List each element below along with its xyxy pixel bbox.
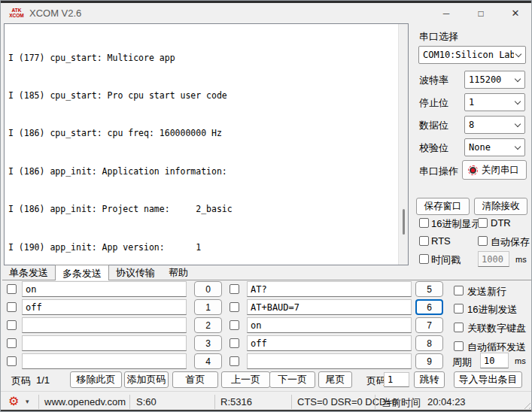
gear-icon[interactable]: ⚙ <box>8 394 19 408</box>
gear-dropdown-icon[interactable]: ▾ <box>26 398 29 405</box>
send-row-input-6[interactable] <box>247 299 412 315</box>
stopbits-select[interactable]: 1 <box>464 93 525 111</box>
auto-save-label: 自动保存 <box>491 235 530 249</box>
send-row-input-1[interactable] <box>22 299 187 315</box>
send-row-checkbox-1[interactable] <box>7 302 17 312</box>
timestamp-checkbox[interactable] <box>419 254 429 264</box>
send-button-7[interactable]: 7 <box>415 317 443 333</box>
send-row-checkbox-0[interactable] <box>7 284 17 294</box>
prev-page-button[interactable]: 上一页 <box>221 371 270 388</box>
clear-receive-button[interactable]: 清除接收 <box>474 198 527 215</box>
send-button-3[interactable]: 3 <box>194 335 222 351</box>
send-row-input-4[interactable] <box>22 353 187 369</box>
send-button-1[interactable]: 1 <box>194 299 222 315</box>
send-row-checkbox-9[interactable] <box>230 356 239 366</box>
send-button-8[interactable]: 8 <box>415 335 443 351</box>
rts-checkbox[interactable] <box>419 236 429 246</box>
page-label: 页码 <box>11 374 31 388</box>
send-row-checkbox-3[interactable] <box>7 338 17 348</box>
stopbits-select-value: 1 <box>469 94 513 111</box>
divider <box>38 395 39 409</box>
databits-label: 数据位 <box>419 119 448 132</box>
tab-protocol-transfer[interactable]: 协议传输 <box>109 265 162 280</box>
send-row-input-3[interactable] <box>22 335 187 351</box>
dtr-checkbox[interactable] <box>478 218 488 228</box>
databits-select[interactable]: 8 <box>464 116 525 134</box>
minimize-button[interactable]: ─ <box>429 3 464 23</box>
send-row-input-8[interactable] <box>247 335 412 351</box>
parity-select[interactable]: None <box>464 138 525 156</box>
receive-terminal[interactable]: I (177) cpu_start: Multicore app I (185)… <box>4 23 409 265</box>
last-page-button[interactable]: 尾页 <box>318 371 352 388</box>
send-button-5[interactable]: 5 <box>415 281 443 297</box>
statusbar: ⚙ ▾ www.openedv.com S:60 R:5316 CTS=0 DS… <box>1 391 532 411</box>
close-port-button[interactable]: 关闭串口 <box>462 160 527 180</box>
hex-send-label: 16进制发送 <box>467 303 517 317</box>
log-line: I (186) app_init: Application informatio… <box>8 165 396 178</box>
auto-cycle-checkbox[interactable] <box>454 341 464 351</box>
goto-page-input[interactable] <box>384 372 409 387</box>
tab-single-send[interactable]: 单条发送 <box>2 265 55 280</box>
send-row-checkbox-4[interactable] <box>7 356 17 366</box>
port-select[interactable]: COM10:Silicon Labs CP <box>418 46 526 64</box>
timestamp-unit-label: ms <box>515 255 527 264</box>
jump-button[interactable]: 跳转 <box>414 371 445 388</box>
remove-page-button[interactable]: 移除此页 <box>70 371 122 388</box>
log-line: I (185) cpu_start: Pro cpu start user co… <box>8 89 396 102</box>
titlebar[interactable]: ATK XCOM XCOM V2.6 ─ □ ✕ <box>1 3 532 23</box>
chevron-down-icon <box>515 98 521 105</box>
stopbits-label: 停止位 <box>419 96 448 110</box>
save-window-button[interactable]: 保存窗口 <box>416 198 470 215</box>
close-button[interactable]: ✕ <box>498 3 532 23</box>
led-open-icon <box>470 167 476 174</box>
rts-label: RTS <box>431 235 451 247</box>
hex-send-checkbox[interactable] <box>454 304 464 314</box>
scrollbar-thumb[interactable] <box>403 209 405 235</box>
baud-select[interactable]: 115200 <box>464 71 525 89</box>
numpad-link-checkbox[interactable] <box>454 323 464 332</box>
send-row-checkbox-7[interactable] <box>230 320 239 330</box>
send-row-checkbox-5[interactable] <box>230 284 239 294</box>
log-line: I (186) app_init: Project name: 2_basic <box>8 203 396 216</box>
tab-help[interactable]: 帮助 <box>162 265 195 280</box>
send-row-input-2[interactable] <box>22 317 187 333</box>
send-row-input-0[interactable] <box>22 281 187 297</box>
dtr-label: DTR <box>491 217 511 229</box>
window-controls: ─ □ ✕ <box>429 3 532 23</box>
send-button-4[interactable]: 4 <box>194 353 222 369</box>
period-label: 周期 <box>452 356 472 369</box>
send-row-input-5[interactable] <box>247 281 412 297</box>
log-line: I (190) app_init: App version: 1 <box>8 241 396 254</box>
send-button-0[interactable]: 0 <box>194 281 222 297</box>
send-button-2[interactable]: 2 <box>194 317 222 333</box>
send-row-input-9[interactable] <box>247 353 412 369</box>
period-input[interactable] <box>480 353 509 368</box>
send-row-checkbox-2[interactable] <box>7 320 17 330</box>
resize-grip[interactable] <box>521 400 530 409</box>
import-export-button[interactable]: 导入导出条目 <box>454 371 522 388</box>
send-newline-checkbox[interactable] <box>454 286 464 295</box>
port-section-label: 串口选择 <box>419 30 458 44</box>
send-button-9[interactable]: 9 <box>415 353 443 369</box>
next-page-button[interactable]: 下一页 <box>269 371 315 388</box>
auto-save-checkbox[interactable] <box>478 236 488 246</box>
send-row-checkbox-6[interactable] <box>230 302 239 312</box>
terminal-scrollbar[interactable] <box>398 24 408 265</box>
send-row-input-7[interactable] <box>247 317 412 333</box>
logo-line2: XCOM <box>8 13 25 18</box>
hex-display-label: 16进制显示 <box>431 217 481 231</box>
first-page-button[interactable]: 首页 <box>172 371 218 388</box>
hex-display-checkbox[interactable] <box>419 218 429 228</box>
send-row-checkbox-8[interactable] <box>230 338 239 348</box>
tab-multi-send[interactable]: 多条发送 <box>55 265 109 280</box>
logo-line1: ATK <box>8 8 25 13</box>
add-page-button[interactable]: 添加页码 <box>124 371 169 388</box>
received-count: R:5316 <box>220 396 252 407</box>
window-bottom-edge <box>1 410 532 411</box>
sent-count: S:60 <box>136 396 157 407</box>
maximize-button[interactable]: □ <box>464 3 498 23</box>
divider <box>214 395 215 409</box>
send-button-6[interactable]: 6 <box>415 299 443 315</box>
terminal-log: I (177) cpu_start: Multicore app I (185)… <box>8 26 396 263</box>
chevron-down-icon <box>515 144 521 150</box>
